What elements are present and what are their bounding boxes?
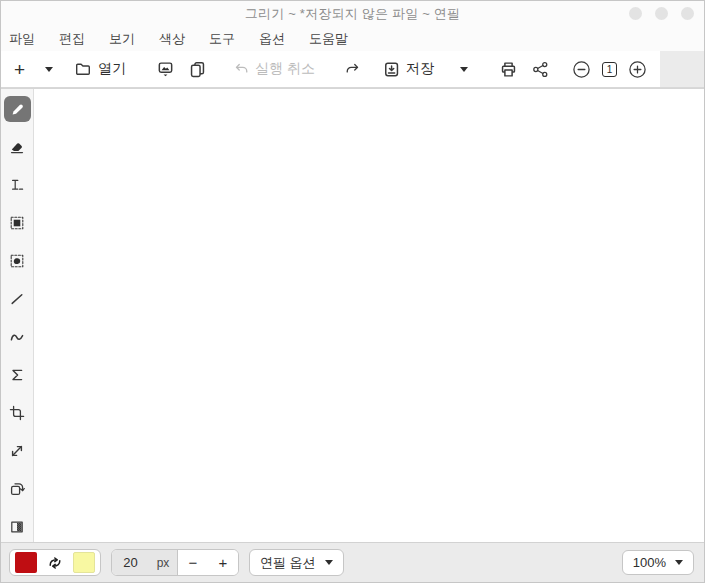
window-minimize-button[interactable] <box>629 7 642 20</box>
import-image-button[interactable] <box>154 55 177 83</box>
paste-icon <box>189 61 206 78</box>
undo-button-label: 실행 취소 <box>255 60 315 78</box>
statusbar: 20 px − + 연필 옵션 100% <box>1 542 704 582</box>
import-image-icon <box>157 61 174 78</box>
crop-icon <box>9 405 25 421</box>
window-maximize-button[interactable] <box>655 7 668 20</box>
size-increase-button[interactable]: + <box>208 550 238 575</box>
page-indicator: 1 <box>602 62 617 77</box>
folder-open-icon <box>74 61 92 77</box>
tool-options-button[interactable]: 연필 옵션 <box>249 549 344 576</box>
shape-tool-icon <box>9 367 25 383</box>
zoom-out-button[interactable] <box>569 55 594 83</box>
tool-rotate[interactable] <box>1 470 34 508</box>
filters-icon <box>9 519 25 535</box>
size-value[interactable]: 20 <box>112 550 149 575</box>
zoom-level-button[interactable]: 100% <box>622 550 694 575</box>
open-button-label: 열기 <box>98 60 126 78</box>
rectangle-select-icon <box>9 215 25 231</box>
toolbar-filler <box>660 51 704 87</box>
tool-line[interactable] <box>1 280 34 318</box>
tool-scale[interactable] <box>1 432 34 470</box>
paste-button[interactable] <box>186 55 209 83</box>
undo-icon <box>234 62 249 77</box>
window-title: 그리기 ~ *저장되지 않은 파일 ~ 연필 <box>245 5 460 23</box>
rotate-icon <box>9 481 25 497</box>
menubar: 파일 편집 보기 색상 도구 옵션 도움말 <box>1 27 704 51</box>
swap-colors-button[interactable] <box>46 552 64 573</box>
new-image-button[interactable]: + <box>11 55 28 83</box>
swap-arrows-icon <box>47 555 63 571</box>
tool-pencil-chip <box>4 96 31 122</box>
titlebar: 그리기 ~ *저장되지 않은 파일 ~ 연필 <box>1 1 704 27</box>
menu-options[interactable]: 옵션 <box>252 28 292 50</box>
tool-palette <box>1 89 34 542</box>
redo-icon <box>345 62 360 77</box>
menu-tools[interactable]: 도구 <box>202 28 242 50</box>
menu-colors[interactable]: 색상 <box>152 28 192 50</box>
save-menu-button[interactable] <box>457 55 471 83</box>
undo-button[interactable]: 실행 취소 <box>231 55 318 83</box>
toolbar: + 열기 <box>1 51 704 88</box>
save-button[interactable]: 저장 <box>380 55 437 83</box>
zoom-in-button[interactable] <box>625 55 650 83</box>
save-icon <box>383 61 400 78</box>
tool-shape[interactable] <box>1 356 34 394</box>
menu-help[interactable]: 도움말 <box>302 28 355 50</box>
tool-eraser[interactable] <box>1 128 34 166</box>
tool-size-control: 20 px − + <box>111 549 239 576</box>
tool-pencil[interactable] <box>1 90 34 128</box>
tool-curve[interactable] <box>1 318 34 356</box>
tool-filters[interactable] <box>1 508 34 542</box>
size-decrease-button[interactable]: − <box>178 550 208 575</box>
redo-button[interactable] <box>342 55 363 83</box>
main-area <box>1 88 704 542</box>
share-button[interactable] <box>529 55 552 83</box>
pencil-icon <box>10 102 25 117</box>
window-controls <box>629 7 694 20</box>
save-button-label: 저장 <box>406 60 434 78</box>
tool-crop[interactable] <box>1 394 34 432</box>
menu-edit[interactable]: 편집 <box>52 28 92 50</box>
plus-icon: + <box>14 60 25 79</box>
zoom-level-value: 100% <box>633 555 666 570</box>
text-tool-icon <box>9 177 25 193</box>
zoom-reset-button[interactable]: 1 <box>599 55 620 83</box>
free-select-icon <box>9 253 25 269</box>
open-button[interactable]: 열기 <box>71 55 129 83</box>
zoom-out-icon <box>572 60 591 79</box>
tool-rectangle-select[interactable] <box>1 204 34 242</box>
scale-icon <box>9 443 25 459</box>
new-image-menu-button[interactable] <box>42 55 56 83</box>
chevron-down-icon <box>325 560 333 565</box>
color-selector <box>9 549 101 576</box>
primary-color-swatch[interactable] <box>15 552 37 573</box>
window-close-button[interactable] <box>681 7 694 20</box>
line-tool-icon <box>9 291 25 307</box>
eraser-icon <box>9 139 25 155</box>
chevron-down-icon <box>675 560 683 565</box>
menu-file[interactable]: 파일 <box>2 28 42 50</box>
drawing-canvas[interactable] <box>34 89 704 542</box>
tool-free-select[interactable] <box>1 242 34 280</box>
size-unit-label: px <box>149 550 178 575</box>
secondary-color-swatch[interactable] <box>73 552 95 573</box>
tool-options-label: 연필 옵션 <box>260 554 316 572</box>
print-button[interactable] <box>497 55 520 83</box>
chevron-down-icon <box>45 67 53 72</box>
curve-tool-icon <box>9 329 25 345</box>
app-window: 그리기 ~ *저장되지 않은 파일 ~ 연필 파일 편집 보기 색상 도구 옵션… <box>0 0 705 583</box>
share-icon <box>532 61 549 78</box>
zoom-in-icon <box>628 60 647 79</box>
tool-text[interactable] <box>1 166 34 204</box>
chevron-down-icon <box>460 67 468 72</box>
menu-view[interactable]: 보기 <box>102 28 142 50</box>
print-icon <box>500 61 517 78</box>
